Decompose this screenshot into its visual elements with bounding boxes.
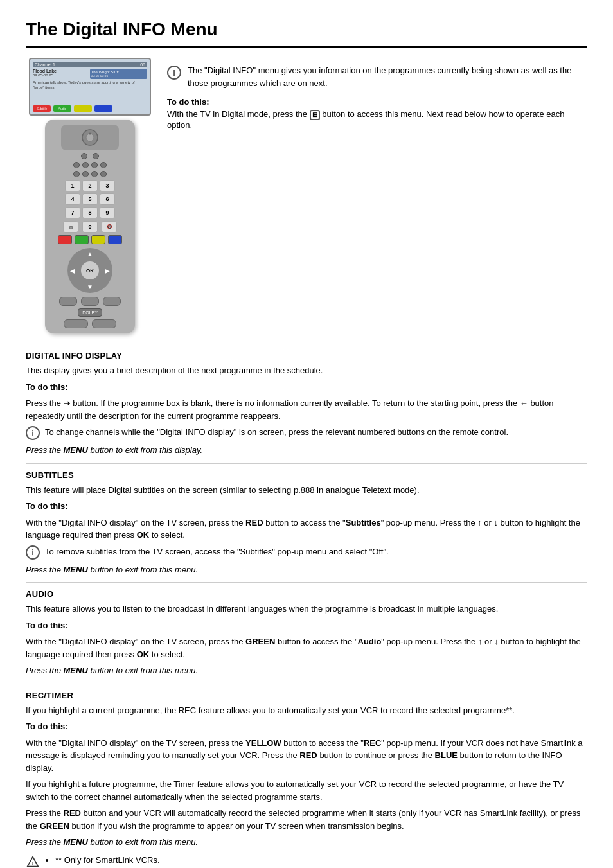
remote-btn-2[interactable]: 2 bbox=[82, 180, 98, 191]
todo-text-audio: With the "Digital INFO display" on the T… bbox=[26, 635, 587, 660]
remote-bottom-row bbox=[64, 319, 116, 328]
remote-number-grid: 1 2 3 4 5 6 7 8 9 bbox=[65, 180, 115, 218]
section-title-audio: AUDIO bbox=[26, 589, 587, 599]
todo-label-subtitles: To do this: bbox=[26, 500, 587, 513]
section-title-subtitles: SUBTITLES bbox=[26, 470, 587, 480]
remote-color-buttons bbox=[58, 235, 122, 244]
section-title-rec-timer: REC/TIMER bbox=[26, 691, 587, 700]
remote-small-btn-2[interactable] bbox=[81, 297, 99, 306]
remote-small-row bbox=[59, 297, 121, 306]
remote-btn-green[interactable] bbox=[75, 235, 89, 244]
info-note-subtitles: i To remove subtitles from the TV screen… bbox=[26, 545, 587, 560]
todo-text-digital-info: Press the ➔ button. If the programme box… bbox=[26, 397, 587, 422]
italic-note-digital-info: Press the MENU button to exit from this … bbox=[26, 444, 587, 457]
section-digital-info-display: DIGITAL INFO DISPLAY This display gives … bbox=[26, 344, 587, 457]
intro-todo-label: To do this: bbox=[167, 97, 587, 107]
remote-top bbox=[61, 125, 119, 150]
remote-btn-4[interactable]: 4 bbox=[65, 193, 80, 205]
remote-btn-5[interactable]: 5 bbox=[82, 193, 98, 205]
info-body-digital: To change channels while the "Digital IN… bbox=[45, 426, 587, 440]
remote-btn-1[interactable]: 1 bbox=[65, 180, 80, 191]
remote-bottom-btn1[interactable] bbox=[64, 319, 88, 328]
remote-small-btn-3[interactable] bbox=[103, 297, 121, 306]
remote-btn-yellow[interactable] bbox=[91, 235, 105, 244]
italic-note-subtitles: Press the MENU button to exit from this … bbox=[26, 563, 587, 576]
remote-bottom-btn2[interactable] bbox=[92, 319, 116, 328]
warning-box: ! ** Only for SmartLink VCRs. Do not swi… bbox=[26, 854, 587, 869]
todo-text-rec-timer-2: If you highlight a future programme, the… bbox=[26, 778, 587, 803]
info-icon-subtitles: i bbox=[26, 545, 40, 560]
svg-text:!: ! bbox=[32, 860, 34, 866]
remote-btn-red[interactable] bbox=[58, 235, 72, 244]
remote-special-row: ⊞ 0 🔇 bbox=[63, 221, 117, 233]
remote-ok-button[interactable]: OK bbox=[81, 261, 99, 279]
remote-btn-3[interactable]: 3 bbox=[100, 180, 115, 191]
remote-word-buttons: DOLBY bbox=[78, 308, 102, 317]
remote-dolby-btn: DOLBY bbox=[78, 308, 102, 317]
page-title: The Digital INFO Menu bbox=[26, 19, 587, 48]
section-desc-digital-info: This display gives you a brief descripti… bbox=[26, 364, 587, 377]
intro-description: The "Digital INFO" menu gives you inform… bbox=[188, 64, 587, 89]
info-icon: i bbox=[167, 66, 181, 80]
remote-btn-0[interactable]: 0 bbox=[82, 221, 98, 233]
remote-dots-grid bbox=[73, 162, 107, 177]
todo-label-rec-timer: To do this: bbox=[26, 720, 587, 733]
remote-container: Channel 1 06 Flood Lake 09:05-06:25 The … bbox=[26, 58, 154, 333]
remote-btn-8[interactable]: 8 bbox=[82, 207, 98, 218]
content-area: DIGITAL INFO DISPLAY This display gives … bbox=[26, 344, 587, 868]
todo-label-digital-info: To do this: bbox=[26, 381, 587, 394]
todo-text-rec-timer-1: With the "Digital INFO display" on the T… bbox=[26, 737, 587, 775]
italic-note-rec-timer: Press the MENU button to exit from this … bbox=[26, 836, 587, 849]
section-rec-timer: REC/TIMER If you highlight a current pro… bbox=[26, 684, 587, 869]
intro-todo: To do this: With the TV in Digital mode,… bbox=[167, 97, 587, 130]
tv-screen: Channel 1 06 Flood Lake 09:05-06:25 The … bbox=[29, 58, 151, 116]
remote-btn-teletext[interactable]: ⊞ bbox=[63, 221, 78, 233]
remote-dots-row bbox=[81, 153, 99, 159]
info-icon-digital: i bbox=[26, 426, 40, 440]
remote-dpad: ▲ ▼ ◀ ▶ OK bbox=[67, 248, 112, 293]
remote-arrow-right: ▶ bbox=[105, 267, 110, 274]
section-desc-subtitles: This feature will place Digital subtitle… bbox=[26, 484, 587, 497]
intro-todo-text: With the TV in Digital mode, press the ⊞… bbox=[167, 109, 587, 130]
svg-point-1 bbox=[86, 134, 94, 141]
remote-control: 1 2 3 4 5 6 7 8 9 ⊞ 0 🔇 bbox=[45, 120, 135, 333]
remote-btn-7[interactable]: 7 bbox=[65, 207, 80, 218]
svg-point-2 bbox=[89, 133, 91, 135]
remote-small-btn-1[interactable] bbox=[59, 297, 77, 306]
section-desc-audio: This feature allows you to listen to the… bbox=[26, 603, 587, 616]
info-note-digital-info: i To change channels while the "Digital … bbox=[26, 426, 587, 440]
remote-btn-blue[interactable] bbox=[108, 235, 122, 244]
intro-info-box: i The "Digital INFO" menu gives you info… bbox=[167, 64, 587, 89]
todo-text-subtitles: With the "Digital INFO display" on the T… bbox=[26, 517, 587, 542]
warning-bullet-0: ** Only for SmartLink VCRs. bbox=[55, 854, 587, 867]
remote-btn-9[interactable]: 9 bbox=[100, 207, 115, 218]
remote-arrow-left: ◀ bbox=[70, 267, 75, 274]
section-audio: AUDIO This feature allows you to listen … bbox=[26, 582, 587, 677]
remote-btn-mute[interactable]: 🔇 bbox=[102, 221, 117, 233]
todo-label-audio: To do this: bbox=[26, 619, 587, 632]
todo-text-rec-timer-3: Press the RED button and your VCR will a… bbox=[26, 807, 587, 832]
intro-text: i The "Digital INFO" menu gives you info… bbox=[167, 58, 587, 333]
warning-body: ** Only for SmartLink VCRs. Do not switc… bbox=[45, 854, 587, 869]
remote-arrow-down: ▼ bbox=[87, 283, 93, 290]
info-body-subtitles: To remove subtitles from the TV screen, … bbox=[45, 545, 587, 560]
warning-icon: ! bbox=[26, 855, 40, 869]
warning-bullet-list: ** Only for SmartLink VCRs. Do not switc… bbox=[55, 854, 587, 869]
section-desc-rec-timer: If you highlight a current programme, th… bbox=[26, 704, 587, 717]
remote-btn-6[interactable]: 6 bbox=[100, 193, 115, 205]
section-title-digital-info: DIGITAL INFO DISPLAY bbox=[26, 351, 587, 360]
remote-arrow-up: ▲ bbox=[87, 251, 93, 258]
section-subtitles: SUBTITLES This feature will place Digita… bbox=[26, 463, 587, 576]
italic-note-audio: Press the MENU button to exit from this … bbox=[26, 664, 587, 677]
